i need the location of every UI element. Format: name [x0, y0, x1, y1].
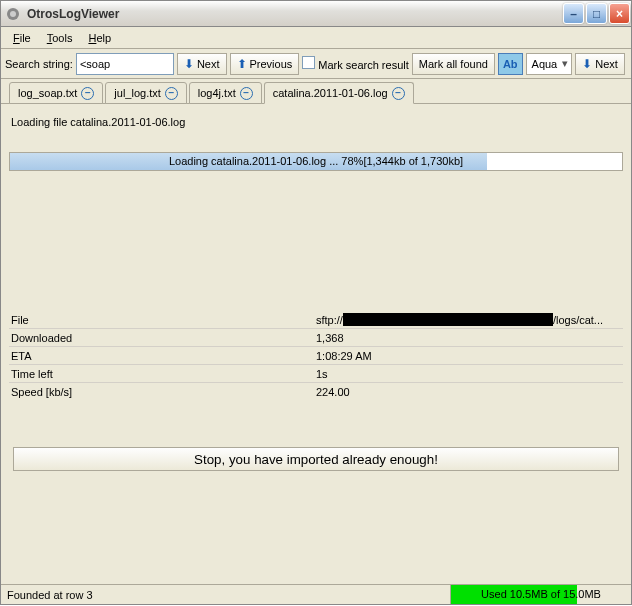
mark-search-checkbox[interactable]: Mark search result: [302, 56, 408, 71]
spacer: [7, 477, 625, 578]
tab-log-soap[interactable]: log_soap.txt−: [9, 82, 103, 104]
menu-tools[interactable]: Tools: [39, 30, 81, 46]
menubar: File Tools Help: [1, 27, 631, 49]
close-icon[interactable]: −: [165, 87, 178, 100]
memory-text: Used 10.5MB of 15.0MB: [451, 585, 631, 603]
highlight-color-button[interactable]: Ab: [498, 53, 523, 75]
table-row: ETA 1:08:29 AM: [9, 347, 623, 365]
info-key: Speed [kb/s]: [9, 386, 316, 398]
next-button[interactable]: ⬇Next: [177, 53, 227, 75]
content-area: Loading file catalina.2011-01-06.log Loa…: [1, 104, 631, 584]
close-icon[interactable]: −: [81, 87, 94, 100]
tab-label: jul_log.txt: [114, 87, 160, 99]
arrow-down-icon: ⬇: [582, 57, 592, 71]
next2-button[interactable]: ⬇Next: [575, 53, 625, 75]
redacted-text: [343, 313, 553, 326]
close-icon[interactable]: −: [392, 87, 405, 100]
checkbox-icon: [302, 56, 315, 69]
tabs: log_soap.txt− jul_log.txt− log4j.txt− ca…: [1, 79, 631, 104]
tab-label: log_soap.txt: [18, 87, 77, 99]
tab-jul-log[interactable]: jul_log.txt−: [105, 82, 186, 104]
close-icon[interactable]: −: [240, 87, 253, 100]
app-icon: [5, 6, 21, 22]
tab-log4j[interactable]: log4j.txt−: [189, 82, 262, 104]
loading-label: Loading file catalina.2011-01-06.log: [7, 110, 625, 152]
close-button[interactable]: ×: [609, 3, 630, 24]
spacer: [7, 171, 625, 311]
info-val: 224.00: [316, 386, 623, 398]
window-body: File Tools Help Search string: ⬇Next ⬆Pr…: [0, 26, 632, 605]
tab-label: log4j.txt: [198, 87, 236, 99]
table-row: Downloaded 1,368: [9, 329, 623, 347]
window-title: OtrosLogViewer: [25, 7, 562, 21]
search-input[interactable]: [76, 53, 174, 75]
table-row: Time left 1s: [9, 365, 623, 383]
info-key: Downloaded: [9, 332, 316, 344]
table-row: File sftp:///logs/cat...: [9, 311, 623, 329]
info-key: File: [9, 314, 316, 326]
minimize-button[interactable]: –: [563, 3, 584, 24]
info-val: 1,368: [316, 332, 623, 344]
search-label: Search string:: [5, 58, 73, 70]
svg-point-1: [10, 11, 16, 17]
arrow-down-icon: ⬇: [184, 57, 194, 71]
titlebar[interactable]: OtrosLogViewer – □ ×: [0, 0, 632, 26]
table-row: Speed [kb/s] 224.00: [9, 383, 623, 401]
previous-button[interactable]: ⬆Previous: [230, 53, 300, 75]
info-key: ETA: [9, 350, 316, 362]
tab-label: catalina.2011-01-06.log: [273, 87, 388, 99]
stop-button[interactable]: Stop, you have imported already enough!: [13, 447, 619, 471]
tab-catalina[interactable]: catalina.2011-01-06.log−: [264, 82, 414, 104]
menu-help[interactable]: Help: [80, 30, 119, 46]
progress-text: Loading catalina.2011-01-06.log ... 78%[…: [10, 153, 622, 170]
memory-meter: Used 10.5MB of 15.0MB: [451, 585, 631, 604]
info-key: Time left: [9, 368, 316, 380]
statusbar: Founded at row 3 Used 10.5MB of 15.0MB: [1, 584, 631, 604]
info-val: sftp:///logs/cat...: [316, 313, 623, 326]
progress-bar: Loading catalina.2011-01-06.log ... 78%[…: [9, 152, 623, 171]
info-table: File sftp:///logs/cat... Downloaded 1,36…: [9, 311, 623, 401]
color-combo[interactable]: Aqua: [526, 53, 573, 75]
info-val: 1s: [316, 368, 623, 380]
search-toolbar: Search string: ⬇Next ⬆Previous Mark sear…: [1, 49, 631, 79]
status-left: Founded at row 3: [1, 585, 451, 604]
arrow-up-icon: ⬆: [237, 57, 247, 71]
info-val: 1:08:29 AM: [316, 350, 623, 362]
maximize-button[interactable]: □: [586, 3, 607, 24]
mark-all-button[interactable]: Mark all found: [412, 53, 495, 75]
menu-file[interactable]: File: [5, 30, 39, 46]
